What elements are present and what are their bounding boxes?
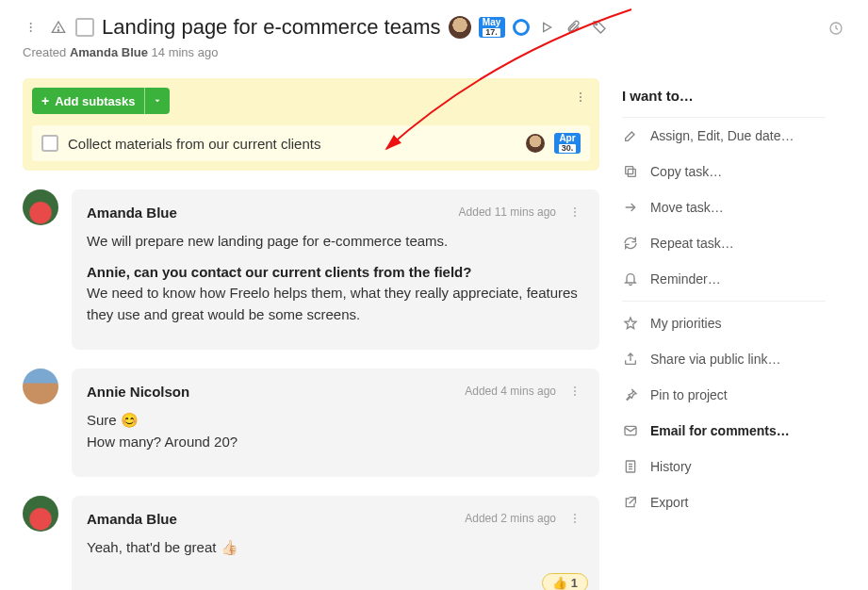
add-subtasks-dropdown[interactable] [144,88,170,114]
svg-point-15 [574,514,576,516]
task-title[interactable]: Landing page for e-commerce teams [102,15,441,40]
sidebar-item-label: Share via public link… [650,352,781,367]
sidebar-item-arrow-right[interactable]: Move task… [622,189,826,225]
subtask-assignee-avatar[interactable] [526,134,545,153]
comment-text: Yeah, that'd be great 👍🏻 [87,537,584,559]
sidebar-item-label: My priorities [650,316,721,331]
activity-clock-icon[interactable] [827,19,845,38]
reaction-emoji: 👍 [552,576,567,590]
pencil-icon [622,127,639,144]
export-icon [622,494,639,511]
sidebar-column: I want to… Assign, Edit, Due date…Copy t… [622,71,848,590]
comment-body: Amanda Blue Added 2 mins ago Yeah, that'… [72,496,599,590]
comment-body: Annie Nicolson Added 4 mins ago Sure 😊Ho… [72,369,599,477]
comment: Annie Nicolson Added 4 mins ago Sure 😊Ho… [23,369,599,477]
comment: Amanda Blue Added 11 mins ago We will pr… [23,189,599,350]
subtask-due-chip[interactable]: Apr 30. [554,133,581,154]
subtask-row[interactable]: Collect materials from our current clien… [32,125,590,161]
created-author[interactable]: Amanda Blue [70,45,148,59]
sidebar-item-pin[interactable]: Pin to project [622,377,826,413]
svg-point-3 [30,30,32,32]
svg-point-16 [574,517,576,519]
sidebar-item-export[interactable]: Export [622,484,826,520]
sidebar-item-label: Repeat task… [650,236,734,251]
comment-menu-icon[interactable] [565,509,584,528]
comment-author[interactable]: Amanda Blue [87,511,177,527]
comment-text: We will prepare new landing page for e-c… [87,231,584,325]
subtask-label: Collect materials from our current clien… [68,136,516,152]
comment-menu-icon[interactable] [565,203,584,221]
comment-avatar[interactable] [23,496,58,532]
reaction-count: 1 [571,576,578,590]
sidebar-list: Assign, Edit, Due date…Copy task…Move ta… [622,118,826,520]
comment-avatar[interactable] [23,369,58,404]
svg-point-10 [574,211,576,213]
comment-time: Added 11 mins ago [459,205,556,219]
created-time: 14 mins ago [152,45,219,59]
comment-time: Added 4 mins ago [465,385,556,398]
sidebar-item-copy[interactable]: Copy task… [622,154,826,189]
svg-point-14 [574,394,576,396]
svg-point-4 [57,30,58,31]
comment-avatar[interactable] [23,189,58,225]
svg-point-8 [580,100,581,102]
main-column: + Add subtasks Collect materials from ou… [0,71,622,590]
copy-icon [622,163,639,180]
sidebar-heading: I want to… [622,88,826,118]
comment-author[interactable]: Annie Nicolson [87,384,189,400]
drag-handle-icon[interactable] [23,18,41,37]
comment-time: Added 2 mins ago [465,512,556,525]
comment-menu-icon[interactable] [565,382,584,401]
plus-icon: + [32,93,55,108]
sidebar-item-mail[interactable]: Email for comments… [622,413,826,449]
due-day: 17. [483,28,500,37]
task-complete-checkbox[interactable] [75,18,94,37]
svg-rect-18 [628,169,635,176]
svg-point-2 [30,26,32,28]
star-icon [622,315,639,332]
subtasks-menu-icon[interactable] [571,88,590,107]
svg-rect-19 [626,167,633,174]
comment-body: Amanda Blue Added 11 mins ago We will pr… [72,189,599,350]
svg-point-1 [30,23,32,25]
svg-point-7 [580,96,581,98]
sidebar-item-refresh[interactable]: Repeat task… [622,225,826,261]
sidebar-item-label: Copy task… [650,164,722,179]
svg-point-17 [574,521,576,523]
due-date-chip[interactable]: May 17. [479,17,505,38]
sidebar-item-share[interactable]: Share via public link… [622,341,826,377]
tag-icon[interactable] [590,18,609,37]
svg-point-11 [574,215,576,217]
subtasks-panel: + Add subtasks Collect materials from ou… [23,78,599,171]
add-subtasks-button[interactable]: + Add subtasks [32,88,170,114]
created-meta: Created Amanda Blue 14 mins ago [0,45,868,71]
due-month: May [483,18,500,27]
subtask-checkbox[interactable] [41,135,58,152]
subtask-due-month: Apr [559,134,575,143]
doc-icon [622,458,639,475]
sidebar-item-label: Email for comments… [650,423,790,438]
sidebar-item-label: Move task… [650,200,724,215]
add-subtasks-label: Add subtasks [55,94,144,108]
bell-icon [622,270,639,287]
attachment-icon[interactable] [564,18,582,37]
sidebar-item-bell[interactable]: Reminder… [622,261,826,302]
sidebar-item-label: Reminder… [650,271,721,287]
sidebar-item-pencil[interactable]: Assign, Edit, Due date… [622,118,826,154]
warning-icon[interactable] [49,18,68,37]
status-circle-icon[interactable] [513,19,530,36]
reaction-pill[interactable]: 👍 1 [542,573,588,591]
sidebar-item-label: History [650,459,692,474]
sidebar-item-star[interactable]: My priorities [622,305,826,341]
created-prefix: Created [23,45,66,59]
refresh-icon [622,235,639,252]
share-icon [622,351,639,368]
mail-icon [622,422,639,439]
assignee-avatar[interactable] [449,16,471,39]
play-icon[interactable] [537,18,556,37]
sidebar-item-doc[interactable]: History [622,449,826,484]
svg-point-13 [574,390,576,392]
comment-author[interactable]: Amanda Blue [87,205,177,221]
svg-point-9 [574,207,576,209]
comment: Amanda Blue Added 2 mins ago Yeah, that'… [23,496,599,590]
